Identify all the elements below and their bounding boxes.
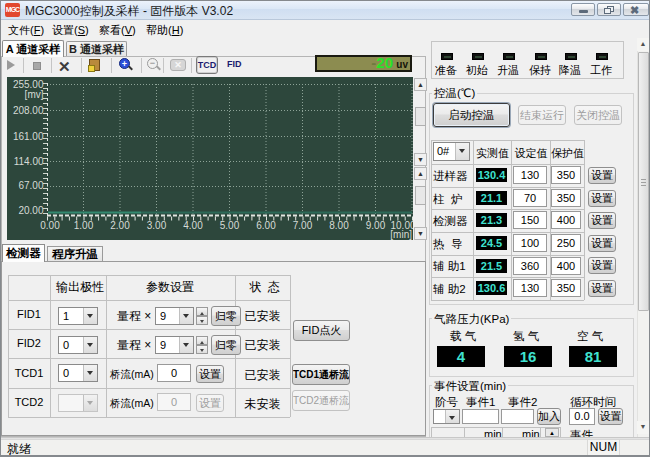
- svg-text:114.00: 114.00: [14, 156, 44, 167]
- svg-text:8.00: 8.00: [329, 220, 349, 231]
- svg-text:67.00: 67.00: [18, 180, 43, 191]
- svg-text:208.00: 208.00: [13, 105, 44, 116]
- svg-text:[mv]: [mv]: [25, 89, 44, 100]
- svg-text:3.00: 3.00: [147, 220, 167, 231]
- svg-text:4.00: 4.00: [183, 220, 203, 231]
- svg-text:9.00: 9.00: [366, 220, 386, 231]
- svg-text:0.00: 0.00: [40, 220, 60, 231]
- svg-text:6.00: 6.00: [256, 220, 276, 231]
- svg-text:[min]: [min]: [390, 229, 412, 240]
- svg-text:7.00: 7.00: [293, 220, 313, 231]
- svg-text:5.00: 5.00: [220, 220, 240, 231]
- svg-text:20.00: 20.00: [18, 205, 43, 216]
- svg-text:2.00: 2.00: [110, 220, 130, 231]
- svg-text:161.00: 161.00: [13, 131, 44, 142]
- svg-text:1.00: 1.00: [74, 220, 94, 231]
